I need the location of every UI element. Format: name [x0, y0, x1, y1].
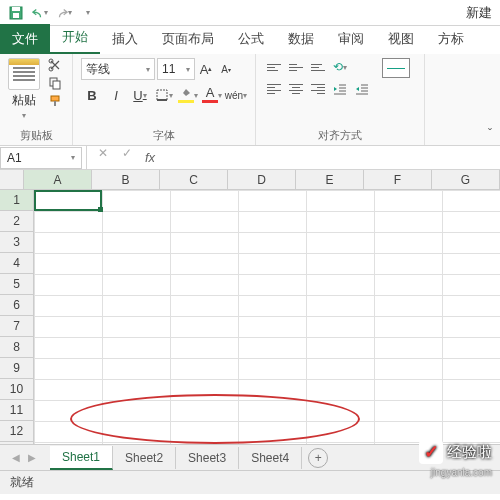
italic-button[interactable]: I: [105, 84, 127, 106]
tab-view[interactable]: 视图: [376, 24, 426, 54]
align-left-icon[interactable]: [264, 80, 284, 98]
enter-formula-icon[interactable]: ✓: [119, 146, 135, 169]
sheet-nav-next-icon[interactable]: ▶: [24, 450, 40, 466]
sheet-tabs-bar: ◀ ▶ Sheet1 Sheet2 Sheet3 Sheet4 +: [0, 444, 500, 470]
redo-icon[interactable]: ▾: [56, 5, 72, 21]
status-text: 就绪: [10, 474, 34, 491]
row-header[interactable]: 4: [0, 253, 33, 274]
phonetic-icon[interactable]: wén▾: [225, 84, 247, 106]
row-header[interactable]: 9: [0, 358, 33, 379]
col-header[interactable]: C: [160, 170, 228, 189]
col-header[interactable]: B: [92, 170, 160, 189]
align-middle-icon[interactable]: [286, 58, 306, 76]
sheet-tab[interactable]: Sheet4: [239, 447, 302, 469]
bold-button[interactable]: B: [81, 84, 103, 106]
align-center-icon[interactable]: [286, 80, 306, 98]
sheet-tab[interactable]: Sheet2: [113, 447, 176, 469]
row-header[interactable]: 6: [0, 295, 33, 316]
sheet-tab[interactable]: Sheet3: [176, 447, 239, 469]
save-icon[interactable]: [8, 5, 24, 21]
col-header[interactable]: D: [228, 170, 296, 189]
row-header[interactable]: 10: [0, 379, 33, 400]
col-header[interactable]: F: [364, 170, 432, 189]
orientation-icon[interactable]: ⟲▾: [330, 58, 350, 76]
tab-formulas[interactable]: 公式: [226, 24, 276, 54]
add-sheet-button[interactable]: +: [308, 448, 328, 468]
svg-rect-8: [54, 101, 56, 106]
font-color-icon[interactable]: A▾: [201, 84, 223, 106]
clipboard-label: 剪贴板: [8, 126, 64, 143]
tab-data[interactable]: 数据: [276, 24, 326, 54]
col-header[interactable]: G: [432, 170, 500, 189]
formula-input[interactable]: [161, 148, 500, 168]
cancel-formula-icon[interactable]: ✕: [95, 146, 111, 169]
tab-layout[interactable]: 页面布局: [150, 24, 226, 54]
insert-function-icon[interactable]: fx: [139, 150, 161, 165]
group-font: 等线▾ 11▾ A▴ A▾ B I U▾ ▾ ▾ A▾ wén▾ 字体: [73, 54, 256, 145]
col-header[interactable]: E: [296, 170, 364, 189]
tab-home[interactable]: 开始: [50, 22, 100, 54]
select-all-corner[interactable]: [0, 170, 24, 189]
shrink-font-icon[interactable]: A▾: [217, 58, 235, 80]
sheet-nav-prev-icon[interactable]: ◀: [8, 450, 24, 466]
font-size-select[interactable]: 11▾: [157, 58, 195, 80]
doc-title: 新建: [466, 4, 492, 22]
spreadsheet-grid: A B C D E F G 1 2 3 4 5 6 7 8 9 10 11 12: [0, 170, 500, 444]
name-box[interactable]: A1▾: [0, 147, 82, 169]
svg-rect-9: [157, 90, 167, 100]
tab-addin[interactable]: 方标: [426, 24, 476, 54]
fill-color-icon[interactable]: ▾: [177, 84, 199, 106]
paste-button[interactable]: 粘贴: [12, 92, 36, 109]
row-header[interactable]: 1: [0, 190, 33, 211]
sheet-tab[interactable]: Sheet1: [50, 446, 113, 470]
row-header[interactable]: 8: [0, 337, 33, 358]
active-cell: [34, 190, 102, 211]
alignment-label: 对齐方式: [264, 126, 416, 143]
tab-insert[interactable]: 插入: [100, 24, 150, 54]
group-clipboard: 粘贴 ▾ 剪贴板: [0, 54, 73, 145]
svg-rect-7: [51, 96, 59, 101]
status-bar: 就绪: [0, 470, 500, 494]
row-header[interactable]: 7: [0, 316, 33, 337]
paste-icon[interactable]: [8, 58, 40, 90]
font-name-select[interactable]: 等线▾: [81, 58, 155, 80]
svg-rect-1: [12, 7, 20, 11]
font-label: 字体: [81, 126, 247, 143]
formula-bar: A1▾ ✕ ✓ fx: [0, 146, 500, 170]
align-right-icon[interactable]: [308, 80, 328, 98]
svg-rect-6: [53, 81, 60, 89]
svg-rect-2: [13, 13, 19, 18]
row-header[interactable]: 5: [0, 274, 33, 295]
row-header[interactable]: 12: [0, 421, 33, 442]
border-icon[interactable]: ▾: [153, 84, 175, 106]
group-alignment: ⟲▾ 对齐方式: [256, 54, 425, 145]
row-header[interactable]: 3: [0, 232, 33, 253]
row-header[interactable]: 11: [0, 400, 33, 421]
align-top-icon[interactable]: [264, 58, 284, 76]
grow-font-icon[interactable]: A▴: [197, 58, 215, 80]
cells-area[interactable]: [34, 190, 500, 444]
indent-decrease-icon[interactable]: [330, 80, 350, 98]
paste-dropdown-icon[interactable]: ▾: [22, 111, 26, 120]
ribbon-tabs: 文件 开始 插入 页面布局 公式 数据 审阅 视图 方标: [0, 26, 500, 54]
qat-customize-icon[interactable]: ▾: [80, 5, 96, 21]
copy-icon[interactable]: [48, 76, 64, 92]
merge-icon[interactable]: [382, 58, 410, 78]
indent-increase-icon[interactable]: [352, 80, 372, 98]
col-header[interactable]: A: [24, 170, 92, 189]
tab-review[interactable]: 审阅: [326, 24, 376, 54]
underline-button[interactable]: U▾: [129, 84, 151, 106]
row-header[interactable]: 2: [0, 211, 33, 232]
tab-file[interactable]: 文件: [0, 24, 50, 54]
collapse-ribbon-icon[interactable]: ˇ: [488, 127, 492, 141]
cut-icon[interactable]: [48, 58, 64, 74]
watermark-url: jingyanla.com: [431, 467, 492, 478]
format-painter-icon[interactable]: [48, 94, 64, 110]
align-bottom-icon[interactable]: [308, 58, 328, 76]
ribbon: 粘贴 ▾ 剪贴板 等线▾ 11▾ A▴ A▾ B I U▾ ▾: [0, 54, 500, 146]
undo-icon[interactable]: ▾: [32, 5, 48, 21]
